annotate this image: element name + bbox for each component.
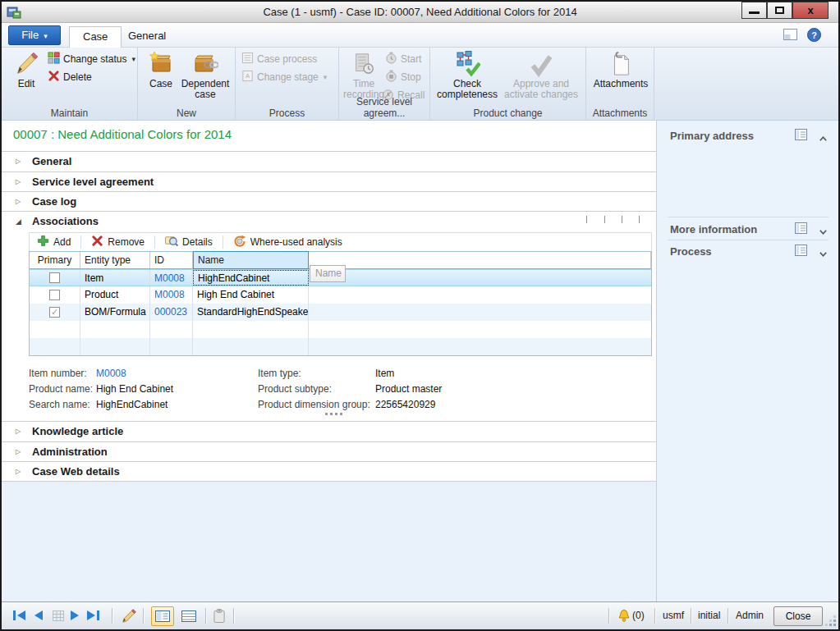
column-header-name[interactable]: Name <box>193 251 309 269</box>
primary-checkbox[interactable] <box>49 290 60 300</box>
id-link[interactable]: 000023 <box>150 304 193 321</box>
ribbon-group-label-new: New <box>138 107 235 119</box>
where-used-circular-arrow-icon <box>233 235 246 250</box>
panel-layout-icon[interactable] <box>783 29 797 43</box>
attachments-button[interactable]: Attachments <box>591 49 650 89</box>
chevron-up-icon[interactable] <box>819 130 828 145</box>
edit-record-pencil-icon[interactable] <box>122 609 136 626</box>
ribbon-tabstrip: File▾ Case General ? <box>2 23 838 48</box>
name-cell[interactable]: HighEndCabinet <box>193 270 309 286</box>
section-divider <box>2 481 656 482</box>
ribbon-group-label-attachments: Attachments <box>586 107 654 119</box>
statusbar: (0) usmf initial Admin Close <box>2 601 838 629</box>
column-header-filler <box>309 252 651 268</box>
partition-indicator[interactable]: initial <box>698 610 720 621</box>
maximize-button[interactable] <box>767 2 792 19</box>
table-row-empty[interactable] <box>30 321 651 338</box>
associations-toolbar: Add Remove Details Where-used analysis <box>29 232 652 251</box>
factbox-menu-icon[interactable] <box>795 245 807 259</box>
entity-type-cell[interactable]: Item <box>80 270 150 286</box>
tab-case[interactable]: Case <box>69 26 122 48</box>
details-button[interactable]: Details <box>158 234 220 251</box>
factbox-menu-icon[interactable] <box>795 129 807 144</box>
document-handling-icon[interactable] <box>213 609 226 626</box>
entity-type-cell[interactable]: BOM/Formula <box>80 304 150 321</box>
section-case-web-details[interactable]: ▷ Case Web details <box>2 461 656 481</box>
minimize-icon <box>749 11 760 14</box>
factbox-more-information[interactable]: More information <box>670 222 826 238</box>
column-header-id[interactable]: ID <box>150 252 193 268</box>
resize-grip[interactable] <box>833 624 836 626</box>
factbox-divider <box>668 217 829 217</box>
section-general[interactable]: ▷ General <box>2 151 656 171</box>
close-button[interactable]: Close <box>773 606 823 626</box>
file-menu-button[interactable]: File▾ <box>8 25 61 45</box>
primary-checkbox-checked[interactable]: ✓ <box>49 307 60 318</box>
factbox-primary-address[interactable]: Primary address <box>670 128 826 144</box>
minimize-button[interactable] <box>741 2 767 19</box>
remove-button[interactable]: Remove <box>84 234 152 251</box>
edit-button[interactable]: Edit <box>8 49 44 89</box>
search-name-value: HighEndCabinet <box>96 399 168 410</box>
section-service-level-agreement[interactable]: ▷ Service level agreement <box>2 171 656 191</box>
column-header-entity-type[interactable]: Entity type <box>80 252 150 268</box>
primary-checkbox[interactable] <box>49 272 60 283</box>
where-used-analysis-button[interactable]: Where-used analysis <box>226 234 350 251</box>
item-number-link[interactable]: M0008 <box>96 368 126 379</box>
statusbar-separator <box>112 608 112 624</box>
check-completeness-button[interactable]: Check completeness <box>437 49 498 100</box>
name-cell[interactable]: StandardHighEndSpeaker <box>193 304 309 321</box>
notifications-count[interactable]: (0) <box>632 610 645 621</box>
company-indicator[interactable]: usmf <box>663 610 684 621</box>
table-row[interactable]: Product M0008 High End Cabinet <box>30 286 651 304</box>
section-administration[interactable]: ▷ Administration <box>2 441 656 461</box>
toolbar-separator <box>223 235 223 249</box>
expander-collapsed-icon: ▷ <box>16 468 25 475</box>
add-button[interactable]: Add <box>30 234 78 251</box>
ribbon-group-label-maintain: Maintain <box>2 107 137 119</box>
dependent-case-button[interactable]: Dependent case <box>179 49 232 100</box>
close-window-button[interactable]: x <box>792 2 829 19</box>
toolbar-separator <box>154 235 155 249</box>
splitter-handle-icon[interactable] <box>325 413 328 415</box>
tab-general[interactable]: General <box>115 26 179 48</box>
name-cell[interactable]: High End Cabinet <box>193 286 309 304</box>
next-record-button[interactable] <box>71 610 79 623</box>
help-icon[interactable]: ? <box>807 28 821 45</box>
change-status-button[interactable]: Change status ▾ <box>48 51 135 67</box>
change-status-icon <box>48 52 60 66</box>
section-case-log[interactable]: ▷ Case log <box>2 191 656 211</box>
product-dimension-group-value: 22565420929 <box>375 399 435 410</box>
factbox-process[interactable]: Process <box>670 244 826 260</box>
user-indicator[interactable]: Admin <box>736 610 764 621</box>
last-record-button[interactable] <box>87 610 99 620</box>
column-header-primary[interactable]: Primary <box>30 252 80 268</box>
new-case-button[interactable]: Case <box>143 49 179 89</box>
previous-record-button[interactable] <box>34 610 43 623</box>
chevron-down-icon: ▾ <box>44 32 48 40</box>
delete-button[interactable]: Delete <box>48 69 92 85</box>
section-associations[interactable]: ◢ Associations <box>2 211 656 231</box>
grid-view-button[interactable] <box>177 606 200 626</box>
grip-tick-icon <box>604 216 605 223</box>
entity-type-cell[interactable]: Product <box>80 286 150 304</box>
section-knowledge-article[interactable]: ▷ Knowledge article <box>2 421 656 441</box>
grip-tick-icon <box>622 216 622 223</box>
dependent-case-folder-icon <box>192 49 218 79</box>
id-link[interactable]: M0008 <box>150 286 193 304</box>
table-row[interactable]: ✓ BOM/Formula 000023 StandardHighEndSpea… <box>30 304 651 321</box>
chevron-down-icon: ▾ <box>324 73 328 81</box>
records-grid-icon[interactable] <box>53 610 64 624</box>
change-stage-button: A Change stage ▾ <box>241 69 327 85</box>
details-view-button[interactable] <box>151 606 174 626</box>
ribbon-group-label-product-change: Product change <box>430 107 585 119</box>
table-row-empty[interactable] <box>30 338 651 355</box>
factbox-menu-icon[interactable] <box>795 222 807 237</box>
ribbon-group-attachments: Attachments Attachments <box>586 48 654 120</box>
id-link[interactable]: M0008 <box>150 270 193 286</box>
notifications-bell-icon[interactable] <box>617 609 631 625</box>
chevron-down-icon[interactable] <box>819 224 828 239</box>
chevron-down-icon[interactable] <box>819 246 828 261</box>
first-record-button[interactable] <box>13 610 25 620</box>
time-recording-button: Time recording <box>342 49 386 100</box>
